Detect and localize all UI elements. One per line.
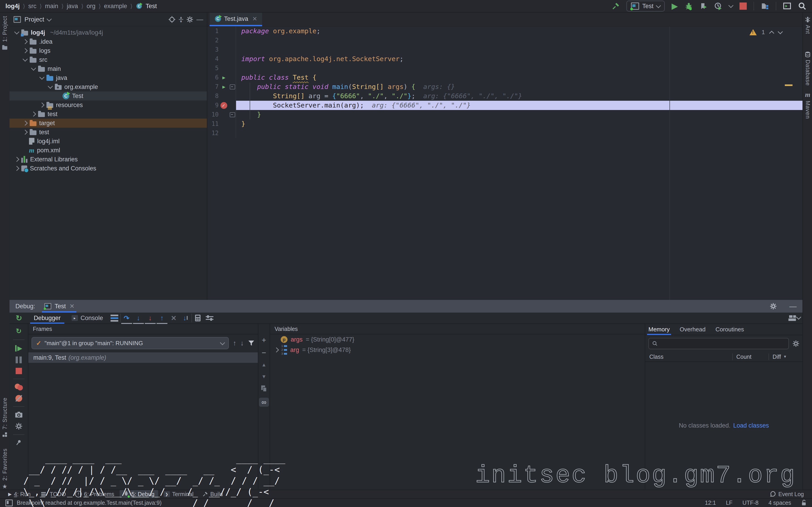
locate-file-icon[interactable] (168, 16, 175, 23)
tree-item-test[interactable]: test (9, 128, 207, 137)
stop-button[interactable] (740, 2, 747, 10)
run-gutter-icon[interactable]: ▶ (222, 73, 225, 82)
column-diff[interactable]: Diff▼ (768, 353, 803, 360)
duplicate-watch-icon[interactable] (261, 386, 267, 392)
code-editor[interactable]: 1 package org.example; 2 3 4 (207, 26, 803, 300)
tool-stripe-project[interactable]: 1: Project (0, 16, 9, 50)
breadcrumb-item[interactable]: log4j (5, 3, 20, 10)
run-configuration-select[interactable]: Test (626, 1, 665, 11)
breadcrumb-item[interactable]: src (28, 3, 37, 10)
tree-collapse-icon[interactable] (48, 84, 53, 89)
tree-item-test[interactable]: CTest (9, 92, 207, 101)
run-with-coverage-button[interactable] (700, 2, 707, 10)
code-line-11[interactable]: 11 } (207, 119, 803, 128)
tree-item-log4j[interactable]: log4j ~/d4m1ts/java/log4j (9, 28, 207, 37)
drop-frame-icon[interactable]: ✕ (168, 313, 180, 323)
gutter[interactable]: 4 (207, 54, 236, 64)
profiler-dropdown-icon[interactable] (728, 3, 733, 8)
step-over-icon[interactable]: ↷ (121, 313, 133, 323)
profiler-button[interactable] (714, 2, 722, 10)
show-watches-icon[interactable]: ∞ (259, 398, 269, 407)
line-ending[interactable]: LF (726, 500, 732, 506)
view-breakpoints-icon[interactable] (15, 384, 23, 390)
tree-expand-icon[interactable] (14, 166, 19, 171)
breadcrumb-item[interactable]: org (87, 3, 95, 10)
tree-item-main[interactable]: main (9, 64, 207, 73)
caret-position[interactable]: 12:1 (705, 500, 716, 506)
tree-expand-icon[interactable] (23, 121, 28, 126)
code-line-4[interactable]: 4 import org.apache.log4j.net.SocketServ… (207, 54, 803, 64)
collapse-all-icon[interactable]: ▲▼ (179, 16, 183, 23)
fold-marker-icon[interactable] (230, 112, 235, 117)
hide-panel-icon[interactable]: — (196, 16, 203, 23)
gutter[interactable]: 10 (207, 110, 236, 119)
gutter[interactable]: 7 ▶ (207, 82, 236, 92)
column-class[interactable]: Class (645, 353, 732, 360)
tool-stripe-favorites[interactable]: 2: Favorites ★ (0, 448, 9, 490)
tool-stripe-database[interactable]: Database (803, 51, 812, 86)
code-line-9[interactable]: 9 SocketServer.main(arg); arg: {"6666", … (207, 101, 803, 110)
code-line-12[interactable]: 12 (207, 128, 803, 138)
move-watch-down-icon[interactable]: ▼ (261, 374, 266, 380)
gutter[interactable]: 9 (207, 101, 236, 110)
tool-stripe-maven[interactable]: m Maven (803, 91, 812, 119)
code-line-5[interactable]: 5 (207, 64, 803, 73)
breadcrumb-item[interactable]: Test (146, 3, 157, 10)
tree-expand-icon[interactable] (23, 130, 28, 135)
prev-problem-icon[interactable] (769, 31, 774, 36)
gutter[interactable]: 3 (207, 45, 236, 54)
breadcrumb-item[interactable]: main (45, 3, 58, 10)
run-to-cursor-icon[interactable]: ↓I (180, 313, 192, 323)
tree-collapse-icon[interactable] (39, 75, 45, 80)
debug-session-tab[interactable]: Test ✕ (42, 300, 77, 313)
debugger-settings-gear-icon[interactable] (15, 422, 22, 430)
breakpoint-icon[interactable] (220, 102, 227, 109)
run-gutter-icon[interactable]: ▶ (222, 82, 225, 92)
close-tab-icon[interactable]: ✕ (252, 15, 257, 22)
tree-item-java[interactable]: java (9, 73, 207, 82)
tree-collapse-icon[interactable] (23, 57, 28, 62)
gutter[interactable]: 11 (207, 119, 236, 128)
thread-dump-camera-icon[interactable] (15, 411, 23, 418)
pause-program-icon[interactable] (16, 356, 22, 363)
tree-item-scratches-and-consoles[interactable]: Scratches and Consoles (9, 164, 207, 173)
variable-row-arg[interactable]: arg = {String[3]@478} (270, 345, 645, 355)
search-everywhere-icon[interactable] (798, 2, 807, 10)
tool-stripe-ant[interactable]: Ant (803, 16, 812, 34)
tree-item-logs[interactable]: logs (9, 46, 207, 55)
step-out-icon[interactable]: ↑ (156, 313, 168, 323)
evaluate-expression-icon[interactable] (192, 313, 204, 323)
memory-tab-coroutines[interactable]: Coroutines (715, 324, 744, 335)
project-view-dropdown-icon[interactable] (47, 16, 52, 21)
indent-setting[interactable]: 4 spaces (768, 500, 791, 506)
tree-item-resources[interactable]: resources (9, 101, 207, 110)
tree-item--idea[interactable]: .idea (9, 37, 207, 46)
gutter[interactable]: 1 (207, 26, 236, 36)
tree-item-test[interactable]: test (9, 110, 207, 119)
gutter[interactable]: 5 (207, 64, 236, 73)
tree-expand-icon[interactable] (23, 39, 28, 44)
debug-button[interactable] (685, 2, 693, 10)
next-frame-icon[interactable]: ↓ (240, 339, 244, 347)
tab-debugger[interactable]: Debugger (28, 313, 66, 324)
run-anything-icon[interactable] (783, 2, 791, 10)
code-line-8[interactable]: 8 String[] arg = {"6666", "./", "./"}; a… (207, 92, 803, 101)
tool-stripe-structure[interactable]: 7: Structure (0, 397, 9, 438)
code-line-1[interactable]: 1 package org.example; (207, 26, 803, 36)
rerun-icon[interactable]: ↻ (9, 314, 28, 323)
add-watch-icon[interactable]: + (262, 337, 266, 343)
project-panel-title[interactable]: Project (24, 16, 44, 23)
gutter[interactable]: 12 (207, 128, 236, 138)
next-problem-icon[interactable] (778, 29, 783, 34)
build-hammer-icon[interactable] (612, 2, 620, 10)
load-classes-link[interactable]: Load classes (733, 422, 769, 429)
tree-collapse-icon[interactable] (14, 30, 19, 35)
tab-console[interactable]: ▸ Console (66, 313, 108, 324)
tree-item-org-example[interactable]: org.example (9, 82, 207, 92)
tree-item-target[interactable]: target (9, 119, 207, 128)
remove-watch-icon[interactable]: − (262, 349, 266, 356)
tree-item-log4j-iml[interactable]: log4j.iml (9, 137, 207, 146)
tree-expand-icon[interactable] (39, 103, 45, 108)
tree-expand-icon[interactable] (31, 112, 36, 117)
tree-expand-icon[interactable] (14, 157, 19, 162)
